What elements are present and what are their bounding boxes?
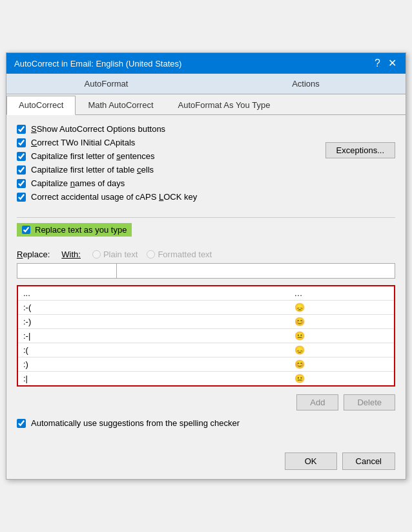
spelling-row[interactable]: Automatically use suggestions from the s… <box>17 418 395 428</box>
checkbox-capitalize-days[interactable] <box>17 179 26 188</box>
tab-math-autocorrect[interactable]: Math AutoCorrect <box>76 96 165 114</box>
replace-text-checkbox-label[interactable]: Replace text as you type <box>17 223 132 237</box>
radio-formatted-text[interactable]: Formatted text <box>147 250 212 259</box>
add-button[interactable]: Add <box>296 394 338 410</box>
table-cell-with: 😞 <box>289 301 394 315</box>
table-cell-replace: :( <box>18 343 289 357</box>
autocorrect-dialog: AutoCorrect in Email: English (United St… <box>6 52 406 480</box>
checkbox-row-caps-lock[interactable]: Correct accidental usage of cAPS LOCK ke… <box>17 192 197 202</box>
title-bar-controls: ? ✕ <box>373 58 398 69</box>
radio-plain-text[interactable]: Plain text <box>92 250 138 259</box>
table-cell-replace: :| <box>18 372 289 386</box>
table-cell-with: 😊 <box>289 357 394 372</box>
checkbox-row-correct-two[interactable]: Correct TWo INitial CApitals <box>17 138 197 147</box>
table-cell-with: 😞 <box>289 343 394 357</box>
table-row[interactable]: :)😊 <box>18 357 394 372</box>
table-row[interactable]: :-)😊 <box>18 315 394 329</box>
table-row[interactable]: ...… <box>18 286 394 301</box>
replace-label: Replace: <box>17 250 50 259</box>
radio-input-plain[interactable] <box>92 250 101 259</box>
table-cell-with: … <box>289 286 394 301</box>
with-label: With: <box>61 250 81 259</box>
replace-text-label: Replace text as you type <box>35 225 127 235</box>
content-area: SShow AutoCorrect Options buttons Correc… <box>6 115 406 447</box>
autocorrect-table-container: ...…:-( 😞:-)😊:-|😐:(😞:)😊:|😐 <box>17 285 395 387</box>
checkbox-row-show-options[interactable]: SShow AutoCorrect Options buttons <box>17 124 197 134</box>
table-row[interactable]: :-|😐 <box>18 329 394 343</box>
table-cell-replace: ... <box>18 286 289 301</box>
table-cell-replace: :-| <box>18 329 289 343</box>
tab-actions[interactable]: Actions <box>206 74 406 94</box>
tab-autoformat-as-you-type[interactable]: AutoFormat As You Type <box>166 96 283 114</box>
checkbox-capitalize-table[interactable] <box>17 165 26 175</box>
ok-cancel-row: OK Cancel <box>6 447 406 479</box>
checkbox-capitalize-sentences[interactable] <box>17 152 26 161</box>
table-cell-with: 😊 <box>289 315 394 329</box>
table-scroll-area[interactable]: ...…:-( 😞:-)😊:-|😐:(😞:)😊:|😐 <box>18 286 394 385</box>
checkbox-show-options[interactable] <box>17 125 26 134</box>
delete-button[interactable]: Delete <box>344 394 395 410</box>
close-button[interactable]: ✕ <box>387 58 398 69</box>
table-cell-replace: :-( <box>18 301 289 315</box>
checkbox-correct-two[interactable] <box>17 138 26 147</box>
exceptions-button[interactable]: Exceptions... <box>325 142 395 158</box>
replace-inputs <box>17 263 395 279</box>
ok-button[interactable]: OK <box>285 452 337 470</box>
checkbox-caps-lock[interactable] <box>17 193 26 202</box>
replace-text-checkbox[interactable] <box>22 226 30 234</box>
table-cell-with: 😐 <box>289 372 394 386</box>
with-input[interactable] <box>117 263 395 279</box>
table-row[interactable]: :-( 😞 <box>18 301 394 315</box>
replace-input[interactable] <box>17 263 117 279</box>
inner-tab-bar: AutoCorrect Math AutoCorrect AutoFormat … <box>6 96 406 115</box>
replace-with-row: Replace: With: Plain text Formatted text <box>17 250 395 259</box>
radio-group-with: Plain text Formatted text <box>92 250 212 259</box>
table-cell-with: 😐 <box>289 329 394 343</box>
cancel-button[interactable]: Cancel <box>342 452 395 470</box>
checkbox-row-capitalize-days[interactable]: Capitalize names of days <box>17 178 197 188</box>
checkboxes-block: SShow AutoCorrect Options buttons Correc… <box>17 124 197 206</box>
spelling-checkbox[interactable] <box>17 419 26 428</box>
help-button[interactable]: ? <box>373 58 382 69</box>
table-row[interactable]: :(😞 <box>18 343 394 357</box>
table-row[interactable]: :|😐 <box>18 372 394 386</box>
spelling-label: Automatically use suggestions from the s… <box>31 418 240 428</box>
autocorrect-table: ...…:-( 😞:-)😊:-|😐:(😞:)😊:|😐 <box>18 286 394 385</box>
checkbox-row-capitalize-table[interactable]: Capitalize first letter of table cells <box>17 165 197 175</box>
tab-autocorrect[interactable]: AutoCorrect <box>6 96 76 115</box>
checkbox-row-capitalize-sentences[interactable]: Capitalize first letter of sentences <box>17 151 197 161</box>
title-bar: AutoCorrect in Email: English (United St… <box>6 53 406 74</box>
dialog-title: AutoCorrect in Email: English (United St… <box>14 59 181 69</box>
add-delete-row: Add Delete <box>17 394 395 410</box>
outer-tab-bar: AutoFormat Actions <box>6 74 406 94</box>
table-cell-replace: :) <box>18 357 289 372</box>
tab-autoformat[interactable]: AutoFormat <box>6 74 206 94</box>
radio-input-formatted[interactable] <box>147 250 155 259</box>
divider-1 <box>17 217 395 218</box>
table-cell-replace: :-) <box>18 315 289 329</box>
